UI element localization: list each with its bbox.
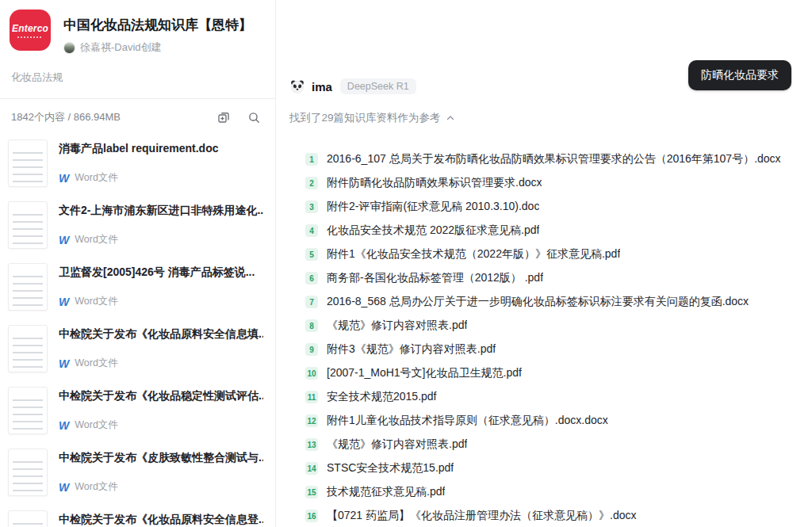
word-file-icon: W (59, 357, 69, 370)
document-thumbnail (8, 139, 48, 187)
category-tag: 化妆品法规 (11, 71, 264, 85)
reference-number-badge: 1 (305, 153, 318, 166)
creator-label: 徐嘉祺-David创建 (80, 40, 162, 55)
reference-title[interactable]: 安全技术规范2015.pdf (327, 390, 437, 404)
document-list-item[interactable]: 中检院关于发布《皮肤致敏性整合测试与... W Word文件 (0, 441, 275, 503)
references-list: 1 2016-6_107 总局关于发布防晒化妆品防晒效果标识管理要求的公告（20… (305, 147, 804, 527)
word-file-icon: W (59, 234, 69, 246)
document-title: 中检院关于发布《化妆品稳定性测试评估... (59, 389, 263, 403)
model-badge: DeepSeek R1 (340, 78, 416, 94)
document-title: 中检院关于发布《化妆品原料安全信息登... (59, 513, 263, 527)
reference-title[interactable]: 《规范》修订内容对照表.pdf (327, 437, 467, 452)
reference-number-badge: 7 (305, 296, 318, 308)
reference-item[interactable]: 2 附件防晒化妆品防晒效果标识管理要求.docx (305, 171, 804, 195)
document-thumbnail (8, 510, 48, 527)
add-content-icon[interactable] (216, 110, 231, 124)
document-list-item[interactable]: 卫监督发[2005]426号 消毒产品标签说... W Word文件 (0, 256, 275, 318)
reference-number-badge: 6 (305, 272, 318, 285)
enterco-logo: Enterco (10, 10, 51, 51)
reference-title[interactable]: 商务部-各国化妆品标签管理（2012版） .pdf (327, 271, 543, 285)
reference-item[interactable]: 11 安全技术规范2015.pdf (305, 385, 804, 409)
reference-number-badge: 10 (305, 367, 318, 380)
reference-title[interactable]: 《规范》修订内容对照表.pdf (327, 319, 467, 333)
document-list: 消毒产品label requirement.doc W Word文件 文件2-上… (0, 129, 275, 527)
document-type-label: Word文件 (75, 480, 118, 494)
reference-title[interactable]: 2016-8_568 总局办公厅关于进一步明确化妆品标签标识标注要求有关问题的复… (327, 295, 749, 309)
reference-title[interactable]: 附件3《规范》修订内容对照表.pdf (327, 342, 496, 357)
reference-title[interactable]: 附件1儿童化妆品技术指导原则（征求意见稿）.docx.docx (327, 414, 608, 428)
reference-item[interactable]: 9 附件3《规范》修订内容对照表.pdf (305, 338, 804, 361)
panda-icon (289, 78, 305, 94)
reference-number-badge: 14 (305, 462, 318, 475)
assistant-header: ima DeepSeek R1 (289, 78, 416, 94)
reference-number-badge: 5 (305, 248, 318, 261)
reference-number-badge: 2 (305, 177, 318, 189)
reference-item[interactable]: 7 2016-8_568 总局办公厅关于进一步明确化妆品标签标识标注要求有关问题… (305, 290, 804, 314)
document-type-label: Word文件 (75, 295, 118, 308)
reference-item[interactable]: 13 《规范》修订内容对照表.pdf (305, 433, 804, 456)
document-list-item[interactable]: 中检院关于发布《化妆品原料安全信息填... W Word文件 (0, 318, 275, 380)
reference-item[interactable]: 12 附件1儿童化妆品技术指导原则（征求意见稿）.docx.docx (305, 409, 804, 433)
reference-item[interactable]: 5 附件1《化妆品安全技术规范（2022年版）》征求意见稿.pdf (305, 242, 804, 266)
chevron-up-icon (446, 113, 455, 123)
references-toggle-label: 找到了29篇知识库资料作为参考 (289, 111, 441, 125)
reference-item[interactable]: 16 【0721 药监局】《化妆品注册管理办法（征求意见稿）》.docx (305, 504, 804, 527)
reference-title[interactable]: 附件2-评审指南(征求意见稿 2010.3.10).doc (327, 200, 539, 214)
reference-title[interactable]: [2007-1_MoH1号文]化妆品卫生规范.pdf (327, 366, 522, 380)
reference-number-badge: 12 (305, 414, 318, 427)
word-file-icon: W (59, 296, 69, 308)
user-message-bubble[interactable]: 防晒化妆品要求 (688, 60, 791, 90)
reference-item[interactable]: 3 附件2-评审指南(征求意见稿 2010.3.10).doc (305, 195, 804, 219)
reference-item[interactable]: 14 STSC安全技术规范15.pdf (305, 456, 804, 480)
document-thumbnail (8, 263, 48, 311)
reference-title[interactable]: 技术规范征求意见稿.pdf (327, 485, 445, 499)
word-file-icon: W (59, 172, 69, 185)
content-stats-row: 1842个内容 / 866.94MB (0, 99, 275, 129)
word-file-icon: W (59, 419, 69, 432)
reference-number-badge: 15 (305, 486, 318, 498)
reference-title[interactable]: 【0721 药监局】《化妆品注册管理办法（征求意见稿）》.docx (327, 509, 637, 523)
chat-panel: 防晒化妆品要求 ima DeepSeek R1 找到了29篇知识库资料作为参考 … (277, 0, 812, 527)
document-type-label: Word文件 (75, 418, 118, 432)
word-file-icon: W (59, 481, 69, 494)
reference-number-badge: 3 (305, 200, 318, 213)
document-type-label: Word文件 (75, 357, 118, 370)
document-list-item[interactable]: 中检院关于发布《化妆品稳定性测试评估... W Word文件 (0, 380, 275, 441)
document-title: 中检院关于发布《化妆品原料安全信息填... (59, 327, 263, 342)
document-type-label: Word文件 (75, 233, 118, 246)
search-icon[interactable] (247, 110, 261, 124)
reference-item[interactable]: 4 化妆品安全技术规范 2022版征求意见稿.pdf (305, 219, 804, 242)
reference-item[interactable]: 6 商务部-各国化妆品标签管理（2012版） .pdf (305, 266, 804, 290)
reference-item[interactable]: 10 [2007-1_MoH1号文]化妆品卫生规范.pdf (305, 361, 804, 385)
document-thumbnail (8, 201, 48, 249)
knowledge-base-title: 中国化妆品法规知识库【恩特】 (63, 16, 252, 34)
document-thumbnail (8, 387, 48, 434)
reference-number-badge: 9 (305, 343, 318, 356)
reference-number-badge: 13 (305, 438, 318, 451)
reference-title[interactable]: 附件防晒化妆品防晒效果标识管理要求.docx (327, 176, 542, 190)
document-type-label: Word文件 (75, 171, 118, 185)
reference-number-badge: 4 (305, 224, 318, 237)
reference-item[interactable]: 1 2016-6_107 总局关于发布防晒化妆品防晒效果标识管理要求的公告（20… (305, 147, 804, 171)
document-thumbnail (8, 449, 48, 496)
document-list-item[interactable]: 文件2-上海市浦东新区进口非特殊用途化... W Word文件 (0, 194, 275, 256)
document-title: 消毒产品label requirement.doc (59, 142, 263, 156)
document-title: 文件2-上海市浦东新区进口非特殊用途化... (59, 204, 263, 218)
reference-title[interactable]: 化妆品安全技术规范 2022版征求意见稿.pdf (327, 223, 539, 238)
reference-item[interactable]: 15 技术规范征求意见稿.pdf (305, 480, 804, 504)
reference-title[interactable]: STSC安全技术规范15.pdf (327, 461, 454, 475)
knowledge-base-title-block: 中国化妆品法规知识库【恩特】 徐嘉祺-David创建 (63, 10, 252, 55)
reference-title[interactable]: 附件1《化妆品安全技术规范（2022年版）》征求意见稿.pdf (327, 247, 620, 262)
knowledge-base-sidebar: Enterco 中国化妆品法规知识库【恩特】 徐嘉祺-David创建 化妆品法规… (0, 0, 276, 527)
references-toggle[interactable]: 找到了29篇知识库资料作为参考 (289, 111, 455, 125)
assistant-name: ima (312, 80, 332, 94)
reference-number-badge: 8 (305, 319, 318, 332)
logo-subtext-line (17, 36, 43, 38)
reference-number-badge: 16 (305, 510, 318, 522)
document-title: 中检院关于发布《皮肤致敏性整合测试与... (59, 451, 263, 465)
reference-item[interactable]: 8 《规范》修订内容对照表.pdf (305, 314, 804, 338)
reference-title[interactable]: 2016-6_107 总局关于发布防晒化妆品防晒效果标识管理要求的公告（2016… (327, 152, 781, 166)
document-list-item[interactable]: 消毒产品label requirement.doc W Word文件 (0, 132, 275, 194)
document-list-item[interactable]: 中检院关于发布《化妆品原料安全信息登... W Word文件 (0, 503, 275, 527)
document-title: 卫监督发[2005]426号 消毒产品标签说... (59, 265, 263, 280)
